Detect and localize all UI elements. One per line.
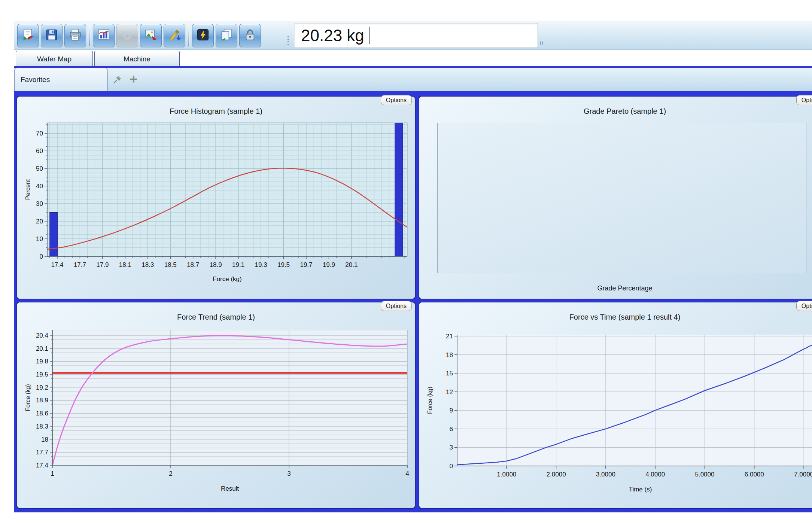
- svg-text:0: 0: [450, 463, 453, 470]
- svg-text:19.9: 19.9: [323, 261, 335, 268]
- svg-text:20.1: 20.1: [36, 345, 48, 352]
- lock-button[interactable]: [239, 24, 261, 47]
- svg-text:19.5: 19.5: [36, 371, 48, 378]
- svg-text:17.4: 17.4: [36, 462, 48, 469]
- chart-title: Force vs Time (sample 1 result 4): [419, 313, 812, 322]
- print-button[interactable]: [64, 24, 86, 47]
- svg-text:Time (s): Time (s): [629, 486, 652, 493]
- force-vs-time-chart[interactable]: 0369121518211.00002.00003.00004.00005.00…: [422, 323, 812, 505]
- svg-text:60: 60: [36, 147, 43, 155]
- svg-text:12: 12: [446, 388, 453, 396]
- svg-text:18.7: 18.7: [187, 261, 199, 268]
- svg-text:18.9: 18.9: [210, 261, 222, 268]
- svg-text:20.4: 20.4: [36, 332, 48, 339]
- document-edit-icon: [21, 28, 35, 43]
- svg-text:15: 15: [446, 370, 453, 377]
- copy-results-button[interactable]: [216, 24, 237, 47]
- svg-text:10: 10: [36, 235, 43, 243]
- save-button[interactable]: [41, 24, 63, 47]
- svg-text:2.0000: 2.0000: [547, 471, 566, 478]
- toolbar: 20.23 kg: [14, 21, 812, 50]
- tab-wafer-map[interactable]: Wafer Map: [16, 51, 93, 66]
- export-image-button[interactable]: [140, 24, 162, 47]
- options-button[interactable]: Options: [796, 301, 812, 311]
- tab-machine[interactable]: Machine: [94, 51, 180, 66]
- svg-text:18.9: 18.9: [36, 397, 48, 404]
- svg-text:1.0000: 1.0000: [497, 471, 516, 478]
- application-window: 20.23 kg Wafer Map Machine Favorites Opt…: [0, 0, 812, 518]
- image-export-icon: [144, 28, 158, 43]
- svg-text:17.7: 17.7: [74, 261, 86, 268]
- force-trend-chart[interactable]: 17.417.71818.318.618.919.219.519.820.120…: [20, 323, 412, 505]
- svg-text:40: 40: [36, 183, 43, 190]
- svg-text:19.8: 19.8: [36, 358, 48, 365]
- svg-text:Force (kg): Force (kg): [213, 275, 241, 283]
- svg-text:0: 0: [40, 253, 43, 260]
- svg-text:30: 30: [36, 200, 43, 207]
- new-test-button[interactable]: [17, 24, 39, 47]
- save-icon: [45, 28, 59, 43]
- svg-text:18.1: 18.1: [119, 261, 131, 268]
- svg-text:3: 3: [450, 444, 453, 451]
- svg-text:3.0000: 3.0000: [596, 471, 615, 478]
- svg-text:70: 70: [36, 130, 43, 137]
- panel-force-histogram: Options Force Histogram (sample 1) 01020…: [16, 96, 416, 299]
- svg-text:19.2: 19.2: [36, 384, 48, 391]
- svg-text:18.6: 18.6: [36, 410, 48, 417]
- svg-text:18: 18: [446, 351, 453, 359]
- svg-text:18: 18: [41, 436, 48, 443]
- favorites-bar: Favorites: [14, 68, 812, 91]
- svg-text:19.5: 19.5: [277, 261, 290, 268]
- trigger-button[interactable]: [192, 24, 214, 47]
- svg-text:2: 2: [169, 470, 172, 477]
- brush-icon: [167, 28, 182, 43]
- svg-text:21: 21: [446, 333, 453, 340]
- chart-window-button[interactable]: [93, 24, 115, 47]
- chart-grid-area: Options Force Histogram (sample 1) 01020…: [14, 91, 812, 512]
- chart-title: Force Histogram (sample 1): [17, 107, 415, 116]
- svg-text:Result: Result: [221, 485, 239, 492]
- svg-text:6: 6: [450, 426, 453, 433]
- toolbar-drag-grip[interactable]: [287, 35, 289, 46]
- chart-icon: [97, 28, 111, 43]
- svg-text:4: 4: [405, 470, 409, 477]
- svg-text:20.1: 20.1: [345, 261, 358, 268]
- svg-text:19.1: 19.1: [232, 261, 244, 268]
- svg-text:5.0000: 5.0000: [695, 471, 714, 478]
- undo-button[interactable]: [116, 24, 138, 47]
- svg-text:7.0000: 7.0000: [794, 471, 812, 478]
- svg-text:20: 20: [36, 218, 43, 225]
- panel-force-vs-time: Options Force vs Time (sample 1 result 4…: [419, 302, 812, 509]
- svg-text:18.5: 18.5: [164, 261, 177, 268]
- chart-title: Force Trend (sample 1): [17, 313, 415, 322]
- svg-text:4.0000: 4.0000: [645, 471, 665, 478]
- force-readout-field[interactable]: 20.23 kg: [294, 23, 538, 48]
- svg-text:Percent: Percent: [25, 179, 31, 200]
- text-cursor: [369, 27, 370, 44]
- svg-text:17.4: 17.4: [51, 261, 63, 268]
- force-readout-value: 20.23 kg: [301, 26, 364, 45]
- svg-text:Force (kg): Force (kg): [427, 387, 433, 414]
- pin-view-icon[interactable]: [113, 74, 123, 84]
- svg-text:Force (kg): Force (kg): [25, 384, 31, 411]
- svg-text:9: 9: [450, 407, 453, 414]
- annotate-button[interactable]: [164, 24, 185, 47]
- print-icon: [68, 28, 82, 43]
- svg-text:50: 50: [36, 165, 43, 172]
- flash-icon: [196, 28, 210, 43]
- panel-force-trend: Options Force Trend (sample 1) 17.417.71…: [16, 302, 416, 509]
- options-button[interactable]: Options: [381, 95, 412, 105]
- options-button[interactable]: Options: [796, 95, 812, 105]
- svg-text:19.7: 19.7: [300, 261, 312, 268]
- tab-favorites[interactable]: Favorites: [14, 68, 108, 91]
- options-button[interactable]: Options: [381, 301, 412, 311]
- toolbar-separator: [89, 25, 90, 46]
- add-view-icon[interactable]: [128, 74, 139, 84]
- svg-text:18.3: 18.3: [142, 261, 154, 268]
- force-histogram-chart[interactable]: 01020304050607017.417.717.918.118.318.51…: [20, 118, 412, 296]
- chart-title: Grade Pareto (sample 1): [419, 107, 812, 116]
- undo-icon: [120, 28, 134, 43]
- readout-resize-grip[interactable]: [539, 41, 543, 45]
- grade-pareto-plot-area[interactable]: [437, 123, 806, 273]
- svg-text:17.7: 17.7: [36, 449, 48, 456]
